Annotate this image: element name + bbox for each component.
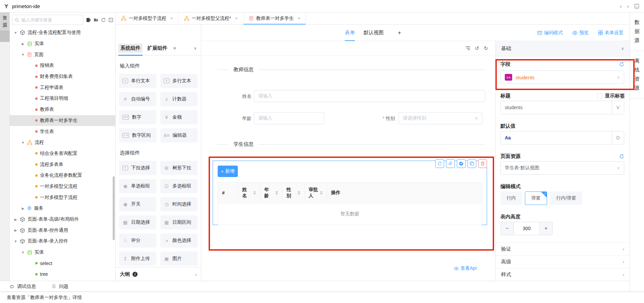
locate-file-icon[interactable]: [86, 17, 91, 23]
tree-item-服务[interactable]: ▶⚙服务: [10, 203, 115, 214]
palette-collapse-icon[interactable]: ∨: [194, 46, 197, 51]
edit-mode-option-行内[interactable]: 行内: [500, 191, 522, 205]
name-field-input[interactable]: 请输入: [254, 90, 485, 102]
outline-footer[interactable]: 大纲 i ›: [116, 267, 201, 281]
tree-item-教师表[interactable]: 教师表: [10, 104, 115, 115]
preview-button[interactable]: 预览: [572, 30, 589, 36]
expand-closed-icon[interactable]: ▶: [21, 207, 25, 210]
student-subtable-widget[interactable]: + 新增 #姓名年龄性别审批人操作 暂无数据: [213, 161, 487, 225]
edit-mode-option-行内/弹窗[interactable]: 行内/弹窗: [550, 191, 582, 205]
palette-item-自动编号[interactable]: #自动编号: [119, 92, 156, 106]
save-layout-icon[interactable]: [634, 4, 639, 9]
expand-closed-icon[interactable]: ▶: [14, 228, 17, 232]
tree-item-页面-表单-控件通用[interactable]: ▶页面-表单-控件通用: [10, 225, 115, 236]
tree-item-教师表一对多学生[interactable]: 教师表一对多学生: [10, 115, 115, 126]
tab-extension-components[interactable]: 扩展组件: [145, 44, 169, 53]
close-icon[interactable]: ×: [298, 16, 301, 21]
sort-icon[interactable]: [253, 191, 256, 195]
form-settings-button[interactable]: 表单设置: [598, 30, 624, 36]
sync-widget-button[interactable]: [435, 159, 444, 168]
palette-item-数字区间[interactable]: 1~3数字区间: [119, 128, 156, 142]
minus-button[interactable]: −: [501, 222, 514, 235]
sort-icon[interactable]: [275, 191, 278, 195]
palette-item-计数器[interactable]: ±计数器: [160, 92, 198, 106]
expand-closed-icon[interactable]: ▶: [14, 218, 17, 221]
section-basic[interactable]: 基础 ∨: [496, 41, 630, 56]
expand-open-icon[interactable]: ▼: [21, 53, 25, 56]
tree-item-结合业务查询配置[interactable]: 结合业务查询配置: [10, 148, 115, 159]
tree-item-一对多模型父流程[interactable]: 一对多模型父流程: [10, 181, 115, 192]
nav-forward-icon[interactable]: ›: [627, 3, 629, 9]
plus-button[interactable]: +: [540, 222, 552, 235]
tree-item-工程申请表[interactable]: 工程申请表: [10, 82, 115, 93]
column-header-性别[interactable]: 性别: [282, 183, 305, 203]
tab-form[interactable]: 表单: [345, 25, 355, 41]
tree-item-实体[interactable]: ▼实体: [10, 247, 115, 258]
doc-tab-一对多模型子流程[interactable]: 一对多模型子流程×: [116, 12, 179, 24]
tree-item-页面[interactable]: ▼页面: [10, 49, 115, 60]
field-select[interactable]: 1:n students ∨: [500, 71, 624, 84]
palette-menu-icon[interactable]: ≡: [173, 46, 176, 51]
default-value-input[interactable]: [501, 135, 612, 140]
tab-system-components[interactable]: 系统组件: [118, 44, 143, 53]
palette-item-图片[interactable]: ▣图片: [160, 252, 198, 266]
search-input[interactable]: [21, 17, 71, 23]
palette-item-金额[interactable]: ¥金额: [160, 110, 198, 124]
doc-tab-教师表一对多学生[interactable]: 教师表一对多学生×: [244, 12, 306, 24]
strip-tab-resources[interactable]: 资源: [0, 12, 10, 31]
tree-item-select[interactable]: select: [10, 258, 115, 269]
palette-item-树形下拉[interactable]: ⊞树形下拉: [160, 161, 198, 175]
palette-item-单行文本[interactable]: A单行文本: [119, 74, 156, 88]
tree-item-页面-表单-高级/布局组件[interactable]: ▶页面-表单-高级/布局组件: [10, 214, 115, 225]
delete-widget-button[interactable]: [478, 159, 487, 168]
add-row-button[interactable]: + 新增: [218, 166, 238, 177]
palette-item-评分[interactable]: ☆评分: [119, 233, 156, 248]
issues-panel-button[interactable]: 问题: [51, 284, 68, 290]
dock-tab-离线资源[interactable]: 离线资源: [630, 51, 644, 99]
dock-tab-数据源[interactable]: 数据源: [630, 12, 644, 51]
close-icon[interactable]: ×: [235, 16, 238, 21]
link-widget-button[interactable]: [446, 159, 455, 168]
doc-tab-一对多模型父流程*[interactable]: 一对多模型父流程*×: [179, 12, 244, 24]
nav-back-icon[interactable]: ‹: [620, 3, 622, 9]
default-d-button[interactable]: D: [612, 131, 624, 144]
palette-item-开关[interactable]: ◉开关: [119, 197, 156, 211]
palette-item-日期选择[interactable]: ▦日期选择: [119, 215, 156, 229]
gender-select[interactable]: 请选择性别 ∨: [398, 112, 482, 124]
page-resource-select[interactable]: 学生表-默认视图 ∨: [500, 161, 624, 175]
palette-item-日期区间[interactable]: ▦日期区间: [160, 215, 198, 229]
copy-widget-button[interactable]: [468, 159, 476, 168]
section-高级[interactable]: 高级›: [496, 255, 630, 268]
expand-open-icon[interactable]: ▼: [14, 31, 17, 35]
tree-item-页面-表单-录入控件[interactable]: ▼页面-表单-录入控件: [10, 236, 115, 247]
tree-scrollbar[interactable]: [113, 176, 115, 240]
tree-item-tree[interactable]: tree: [10, 269, 115, 280]
tree-item-业务化流程参数配置[interactable]: 业务化流程参数配置: [10, 170, 115, 181]
refresh-resource-icon[interactable]: [619, 154, 624, 159]
edit-mode-option-弹窗[interactable]: 弹窗✓: [525, 191, 547, 205]
collapse-all-icon[interactable]: [108, 17, 113, 23]
tree-item-实体[interactable]: ▶实体: [10, 38, 115, 49]
tree-item-工程项目明细[interactable]: 工程项目明细: [10, 93, 115, 104]
palette-item-单选框组[interactable]: ◉单选框组: [119, 179, 156, 193]
column-header-年龄[interactable]: 年龄: [260, 183, 282, 203]
palette-item-多行文本[interactable]: A多行文本: [160, 74, 198, 88]
tree-item-报销表[interactable]: 报销表: [10, 60, 115, 71]
palette-item-附件上传[interactable]: ↥附件上传: [119, 252, 156, 266]
title-input[interactable]: [501, 105, 612, 110]
show-label-checkbox[interactable]: [597, 93, 602, 98]
code-button[interactable]: 编码模式: [537, 30, 563, 36]
sort-icon[interactable]: [298, 191, 300, 195]
tree-item-流程多表单[interactable]: 流程多表单: [10, 159, 115, 170]
palette-item-下拉选择[interactable]: ▾下拉选择: [119, 161, 156, 175]
expand-open-icon[interactable]: ▼: [14, 240, 17, 243]
section-验证[interactable]: 验证›: [496, 243, 630, 255]
expand-open-icon[interactable]: ▼: [21, 141, 25, 144]
undo-icon[interactable]: ↺: [475, 45, 479, 51]
view-api-link[interactable]: 查看Api: [454, 265, 477, 271]
title-variable-button[interactable]: V: [612, 101, 624, 114]
debug-panel-button[interactable]: 调试信息: [9, 284, 36, 290]
tab-default-view[interactable]: 默认视图: [364, 25, 384, 41]
table-height-value[interactable]: 300: [514, 222, 540, 235]
column-header-审批人[interactable]: 审批人: [305, 183, 327, 203]
